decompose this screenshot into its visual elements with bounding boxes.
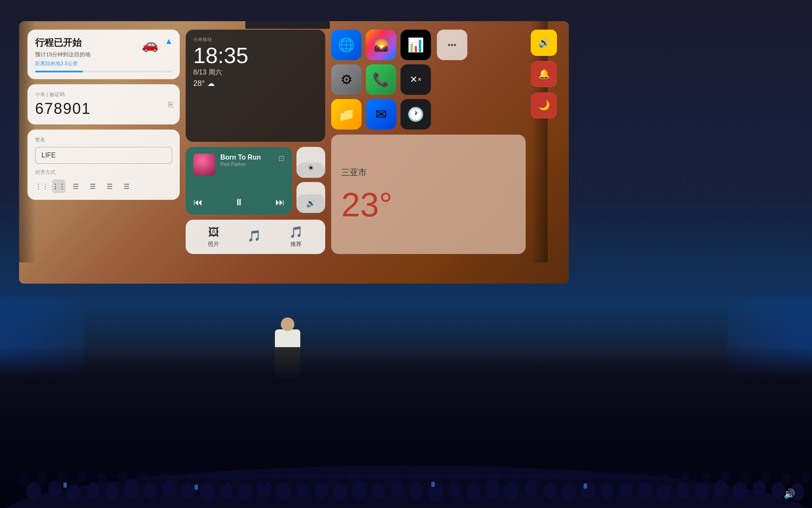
middle-column: 小米移动 18:35 8/13 周六 28° ☁ Born To Run [186, 30, 325, 254]
right-main: 🌐 🌄 📊 ⚙ 📞 ✕✕ 📁 ✉ 🕐 ••• 三亚市 • • • • 23° [331, 30, 526, 254]
music-sliders-row: Born To Run Red Parker ⊡ ⏮ ⏸ ⏭ [186, 147, 325, 215]
svg-point-31 [601, 483, 613, 499]
music-inner: Born To Run Red Parker ⊡ ⏮ ⏸ ⏭ [193, 154, 285, 208]
trip-progress-fill [35, 71, 83, 72]
trip-car-icon: 🚗 [142, 36, 159, 52]
svg-point-25 [486, 480, 500, 498]
svg-point-12 [239, 483, 252, 500]
photos-shortcut[interactable]: 🖼 照片 [208, 226, 219, 248]
right-column: 🌐 🌄 📊 ⚙ 📞 ✕✕ 📁 ✉ 🕐 ••• 三亚市 • • • • 23° [331, 30, 560, 254]
svg-point-5 [105, 483, 119, 500]
trip-progress-bar [35, 71, 172, 72]
trip-nav-icon: ▲ [165, 36, 173, 46]
next-button[interactable]: ⏭ [275, 197, 285, 208]
svg-point-10 [200, 483, 215, 502]
recommend-shortcut[interactable]: 🎵 推荐 [289, 226, 303, 248]
music-widget: Born To Run Red Parker ⊡ ⏮ ⏸ ⏭ [186, 147, 292, 215]
volume-slider[interactable]: 🔊 [296, 182, 325, 213]
svg-point-18 [352, 480, 367, 499]
volume-control[interactable]: 🔊 [531, 30, 557, 56]
app-settings[interactable]: ⚙ [331, 64, 362, 95]
copy-icon[interactable]: ⎘ [168, 100, 173, 109]
app-audio[interactable]: 📊 [401, 30, 431, 60]
svg-rect-84 [195, 485, 198, 490]
sig-input[interactable]: LIFE [35, 147, 172, 164]
align-btn-1[interactable]: ⋮⋮ [35, 179, 49, 193]
svg-rect-85 [431, 482, 435, 487]
align-btn-5[interactable]: ☰ [103, 179, 116, 193]
svg-point-6 [123, 480, 139, 499]
presenter-head [281, 318, 294, 331]
align-btn-6[interactable]: ☰ [120, 179, 133, 193]
weather-city: 三亚市 [341, 167, 516, 178]
music-shortcut[interactable]: 🎵 [247, 229, 261, 244]
app-mail[interactable]: ✉ [366, 99, 396, 130]
verify-widget: 小米 | 验证码 678901 ⎘ [27, 84, 180, 124]
align-btn-4[interactable]: ☰ [86, 179, 99, 193]
trip-destination: 距离目的地3.5公里 [35, 60, 172, 67]
sliders-column: ☀ 🔊 [296, 147, 325, 215]
music-icon: 🎵 [247, 229, 261, 243]
weather-dots: • • • • [341, 180, 516, 185]
clock-carrier: 小米移动 [193, 36, 318, 43]
app-clock[interactable]: 🕐 [401, 99, 431, 130]
app-browser[interactable]: 🌐 [331, 30, 362, 60]
music-artist: Red Parker [220, 161, 273, 167]
brightness-icon: ☀ [307, 163, 314, 173]
music-top: Born To Run Red Parker ⊡ [193, 154, 285, 193]
align-label: 对齐方式 [35, 169, 172, 176]
align-btn-3[interactable]: ☰ [69, 179, 82, 193]
svg-point-29 [562, 483, 576, 501]
music-controls: ⏮ ⏸ ⏭ [193, 197, 285, 208]
svg-point-22 [428, 483, 443, 502]
clock-time: 18:35 [193, 44, 318, 66]
app-phone[interactable]: 📞 [366, 64, 396, 95]
svg-point-3 [67, 484, 81, 502]
clock-date: 8/13 周六 [193, 68, 318, 77]
svg-point-16 [315, 482, 328, 499]
bell-control[interactable]: 🔔 [531, 61, 557, 87]
svg-point-23 [448, 482, 461, 498]
photos-label: 照片 [208, 240, 219, 248]
svg-point-14 [276, 482, 291, 500]
app-photos[interactable]: 🌄 [366, 30, 396, 60]
svg-point-7 [144, 483, 156, 499]
app-files[interactable]: 📁 [331, 99, 362, 130]
svg-point-1 [26, 482, 41, 500]
weather-icon: ☁ [207, 79, 215, 88]
widgets-area: 行程已开始 预计15分钟到达目的地 距离目的地3.5公里 🚗 ▲ 小米 | 验证… [19, 21, 569, 262]
svg-point-33 [638, 482, 652, 500]
app-grid: 🌐 🌄 📊 ⚙ 📞 ✕✕ 📁 ✉ 🕐 [331, 30, 433, 130]
clock-weather: 28° ☁ [193, 79, 318, 88]
more-button[interactable]: ••• [437, 30, 467, 60]
svg-rect-86 [584, 483, 587, 489]
signature-widget: 签名 LIFE 对齐方式 ⋮⋮ ⋮⋮ ☰ ☰ ☰ ☰ [27, 130, 180, 200]
brightness-slider[interactable]: ☀ [296, 147, 325, 178]
audience-silhouettes [0, 381, 812, 508]
verify-label: 小米 | 验证码 [35, 91, 172, 98]
moon-control[interactable]: 🌙 [531, 92, 557, 119]
volume-indicator: 🔊 [784, 489, 795, 500]
audience-area [0, 347, 812, 508]
clock-widget: 小米移动 18:35 8/13 周六 28° ☁ [186, 30, 325, 142]
media-shortcuts: 🖼 照片 🎵 🎵 推荐 [186, 220, 325, 254]
pause-button[interactable]: ⏸ [234, 197, 244, 208]
app-calc[interactable]: ✕✕ [401, 64, 431, 95]
previous-button[interactable]: ⏮ [193, 197, 203, 208]
weather-temp: 23° [341, 188, 516, 222]
music-title: Born To Run [220, 154, 273, 161]
apps-more-row: 🌐 🌄 📊 ⚙ 📞 ✕✕ 📁 ✉ 🕐 ••• [331, 30, 526, 130]
music-album-art [193, 154, 215, 176]
svg-point-24 [467, 483, 480, 500]
recommend-label: 推荐 [291, 240, 302, 248]
align-btn-2[interactable]: ⋮⋮ [52, 179, 66, 193]
svg-point-4 [87, 482, 99, 498]
volume-slider-icon: 🔊 [306, 199, 315, 208]
cast-icon[interactable]: ⊡ [278, 154, 285, 163]
svg-point-17 [333, 483, 348, 501]
svg-point-37 [714, 480, 728, 498]
trip-widget: 行程已开始 预计15分钟到达目的地 距离目的地3.5公里 🚗 ▲ [27, 30, 180, 79]
svg-point-19 [372, 483, 385, 499]
weather-widget: 三亚市 • • • • 23° [331, 135, 526, 254]
svg-rect-83 [63, 483, 67, 488]
